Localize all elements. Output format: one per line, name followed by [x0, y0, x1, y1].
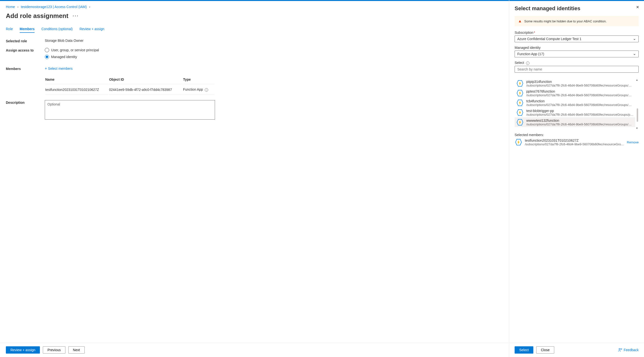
select-label: Select	[514, 61, 639, 65]
assign-access-label: Assign access to	[6, 48, 45, 52]
tab-members[interactable]: Members	[20, 25, 34, 33]
panel-footer: Select Close Feedback	[509, 343, 644, 357]
function-app-icon	[516, 89, 524, 97]
col-name: Name	[45, 75, 108, 84]
managed-identity-select[interactable]: Function App (17)	[514, 50, 639, 57]
members-label: Members	[6, 66, 45, 71]
function-app-icon	[514, 138, 522, 146]
scrollbar[interactable]	[636, 82, 639, 126]
scroll-up-icon[interactable]: ▲	[635, 78, 639, 81]
breadcrumb: Home › testdemostorage123 | Access Contr…	[6, 3, 503, 10]
panel-title: Select managed identities	[514, 5, 639, 12]
info-icon[interactable]	[526, 61, 530, 65]
table-row[interactable]: testfunction20231031T010210627Z 02441ee9…	[45, 85, 214, 95]
tab-role[interactable]: Role	[6, 25, 13, 33]
close-button[interactable]: Close	[536, 346, 554, 354]
description-label: Description	[6, 100, 45, 104]
more-icon[interactable]: ⋯	[72, 12, 79, 20]
function-app-icon	[516, 99, 524, 107]
previous-button[interactable]: Previous	[43, 346, 65, 354]
radio-user-group[interactable]: User, group, or service principal	[45, 48, 503, 52]
search-input[interactable]	[514, 66, 639, 73]
plus-icon: +	[45, 66, 47, 71]
description-input[interactable]	[45, 100, 215, 120]
tabs: Role Members Conditions (optional) Revie…	[6, 25, 503, 33]
scroll-down-icon[interactable]: ▼	[635, 127, 639, 129]
tab-review[interactable]: Review + assign	[80, 25, 104, 33]
subscription-select[interactable]: Azure Confidential Compute Ledger Test 1	[514, 35, 639, 42]
warning-banner: ▲ Some results might be hidden due to yo…	[514, 16, 639, 26]
warning-icon: ▲	[518, 19, 522, 23]
radio-icon	[45, 55, 49, 59]
next-button[interactable]: Next	[68, 346, 85, 354]
breadcrumb-resource[interactable]: testdemostorage123 | Access Control (IAM…	[21, 5, 87, 9]
breadcrumb-home[interactable]: Home	[6, 5, 15, 9]
col-type: Type	[183, 75, 214, 84]
list-item[interactable]: pptest7676function/subscriptions/027da7f…	[514, 88, 635, 98]
feedback-icon	[618, 348, 622, 352]
radio-managed-identity[interactable]: Managed identity	[45, 55, 503, 59]
page-title: Add role assignment ⋯	[6, 12, 503, 20]
tab-conditions[interactable]: Conditions (optional)	[41, 25, 72, 33]
feedback-link[interactable]: Feedback	[618, 348, 639, 352]
managed-identity-label: Managed identity	[514, 46, 639, 49]
radio-icon	[45, 48, 49, 52]
col-object-id: Object ID	[109, 75, 182, 84]
select-button[interactable]: Select	[514, 346, 533, 354]
function-app-icon	[516, 109, 524, 116]
members-table: Name Object ID Type testfunction20231031…	[45, 75, 215, 95]
selected-role-label: Selected role	[6, 39, 45, 43]
select-members-link[interactable]: + Select members	[45, 66, 73, 71]
list-item[interactable]: test-blobtrigger-pp/subscriptions/027da7…	[514, 108, 635, 117]
remove-link[interactable]: Remove	[627, 140, 639, 144]
info-icon[interactable]	[205, 88, 208, 92]
subscription-label: Subscription*	[514, 31, 639, 34]
list-item[interactable]: tcb4function/subscriptions/027da7f8-2fc6…	[514, 98, 635, 108]
list-item[interactable]: wwwwtest132function/subscriptions/027da7…	[514, 117, 635, 127]
side-panel: Select managed identities ✕ ▲ Some resul…	[509, 0, 644, 357]
selected-members-label: Selected members:	[514, 133, 639, 137]
selected-member-row: testfunction20231031T010210627Z /subscri…	[514, 138, 639, 146]
function-app-icon	[516, 118, 524, 126]
list-item[interactable]: piipip314function/subscriptions/027da7f8…	[514, 78, 635, 88]
function-app-icon	[516, 79, 524, 87]
identity-list: piipip314function/subscriptions/027da7f8…	[514, 78, 639, 129]
selected-role-value: Storage Blob Data Owner	[45, 39, 503, 42]
review-assign-button[interactable]: Review + assign	[6, 346, 40, 354]
main-footer: Review + assign Previous Next	[0, 343, 509, 357]
close-icon[interactable]: ✕	[636, 5, 639, 9]
